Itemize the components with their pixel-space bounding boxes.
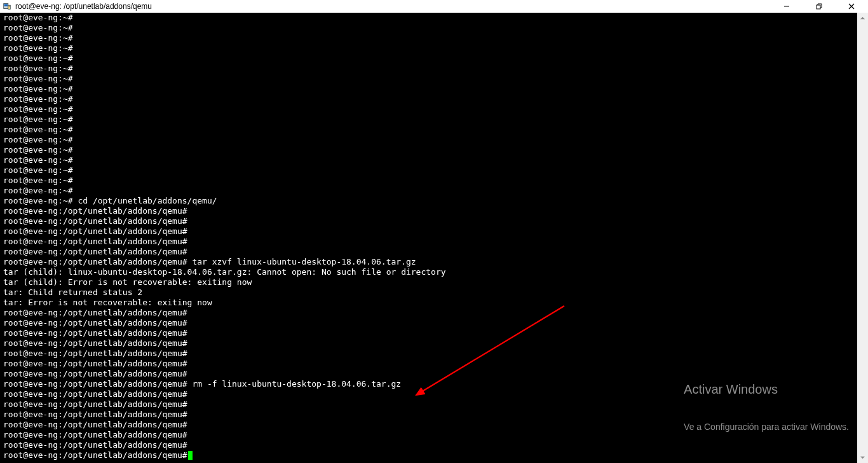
scrollbar-track[interactable] [857,24,868,452]
scrollbar[interactable] [857,13,868,463]
terminal-line: root@eve-ng:/opt/unetlab/addons/qemu# [3,430,868,440]
terminal-line: root@eve-ng:/opt/unetlab/addons/qemu# [3,247,868,257]
terminal-line: root@eve-ng:~# [3,64,868,74]
terminal-line: root@eve-ng:/opt/unetlab/addons/qemu# [3,226,868,237]
maximize-button[interactable] [804,0,833,13]
terminal-line: root@eve-ng:/opt/unetlab/addons/qemu# [3,389,868,399]
terminal-line: root@eve-ng:/opt/unetlab/addons/qemu# [3,450,868,460]
terminal-line: root@eve-ng:/opt/unetlab/addons/qemu# ta… [3,257,868,267]
terminal-line: root@eve-ng:/opt/unetlab/addons/qemu# [3,369,868,379]
terminal-line: root@eve-ng:/opt/unetlab/addons/qemu# [3,216,868,226]
terminal-line: root@eve-ng:/opt/unetlab/addons/qemu# [3,308,868,318]
terminal-line: root@eve-ng:~# [3,33,868,43]
svg-rect-2 [8,5,11,9]
terminal-line: root@eve-ng:/opt/unetlab/addons/qemu# [3,328,868,338]
minimize-button[interactable] [772,0,801,13]
terminal-line: root@eve-ng:~# [3,145,868,155]
terminal-line: root@eve-ng:~# [3,135,868,145]
terminal-line: root@eve-ng:/opt/unetlab/addons/qemu# [3,410,868,420]
terminal-line: root@eve-ng:~# [3,165,868,176]
terminal-line: root@eve-ng:~# [3,104,868,114]
terminal-line: root@eve-ng:~# [3,94,868,104]
terminal-line: root@eve-ng:~# [3,114,868,125]
terminal-line: tar: Child returned status 2 [3,287,868,298]
terminal-line: root@eve-ng:/opt/unetlab/addons/qemu# [3,206,868,216]
terminal-line: root@eve-ng:~# [3,84,868,94]
terminal-line: root@eve-ng:/opt/unetlab/addons/qemu# [3,399,868,410]
terminal-line: root@eve-ng:~# [3,125,868,135]
terminal-line: root@eve-ng:/opt/unetlab/addons/qemu# [3,237,868,247]
titlebar: root@eve-ng: /opt/unetlab/addons/qemu [0,0,868,13]
close-button[interactable] [837,0,865,13]
window-title: root@eve-ng: /opt/unetlab/addons/qemu [15,2,152,11]
terminal-line: root@eve-ng:~# [3,23,868,33]
putty-icon [3,2,11,11]
scroll-down-button[interactable] [857,452,868,463]
terminal-line: root@eve-ng:/opt/unetlab/addons/qemu# [3,318,868,328]
terminal-line: root@eve-ng:/opt/unetlab/addons/qemu# [3,338,868,349]
terminal[interactable]: root@eve-ng:~#root@eve-ng:~#root@eve-ng:… [0,13,868,463]
terminal-line: root@eve-ng:~# [3,186,868,196]
terminal-line: tar: Error is not recoverable: exiting n… [3,298,868,308]
terminal-line: root@eve-ng:/opt/unetlab/addons/qemu# [3,359,868,369]
window: root@eve-ng: /opt/unetlab/addons/qemu ro… [0,0,868,463]
terminal-line: root@eve-ng:/opt/unetlab/addons/qemu# rm… [3,379,868,389]
terminal-line: root@eve-ng:~# [3,176,868,186]
svg-rect-5 [817,5,820,9]
scroll-up-button[interactable] [857,13,868,24]
terminal-line: tar (child): Error is not recoverable: e… [3,277,868,287]
terminal-line: root@eve-ng:~# cd /opt/unetlab/addons/qe… [3,196,868,206]
terminal-line: root@eve-ng:~# [3,74,868,84]
terminal-line: root@eve-ng:~# [3,13,868,23]
terminal-line: root@eve-ng:~# [3,53,868,64]
terminal-line: tar (child): linux-ubuntu-desktop-18.04.… [3,267,868,277]
terminal-line: root@eve-ng:/opt/unetlab/addons/qemu# [3,349,868,359]
terminal-line: root@eve-ng:/opt/unetlab/addons/qemu# [3,420,868,430]
svg-rect-1 [4,4,8,6]
terminal-line: root@eve-ng:~# [3,155,868,165]
terminal-line: root@eve-ng:~# [3,43,868,53]
cursor [188,451,193,460]
terminal-line: root@eve-ng:/opt/unetlab/addons/qemu# [3,440,868,450]
